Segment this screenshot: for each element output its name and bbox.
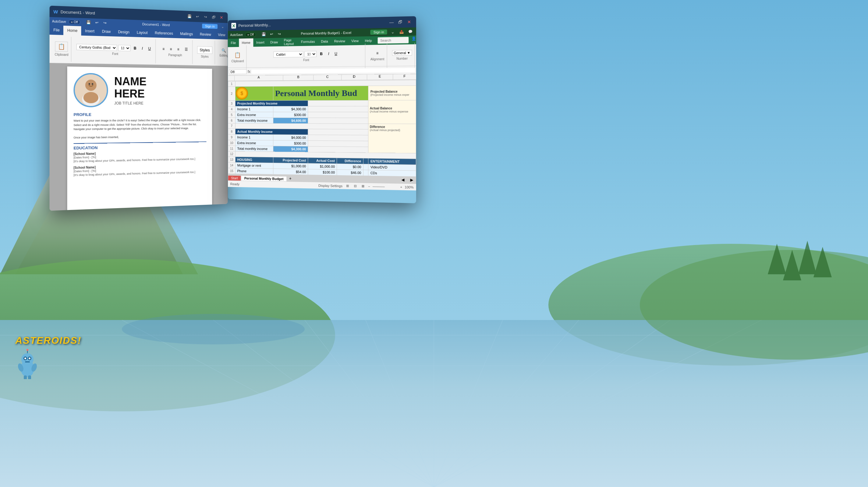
svg-text:$: $ <box>241 91 243 96</box>
table-row: 3 Projected Monthly Income Actual Balanc… <box>228 100 416 106</box>
excel-view-layout-icon[interactable]: ⊟ <box>354 184 356 188</box>
excel-actual-balance-title: Actual Balance <box>370 106 415 110</box>
word-restore-icon[interactable]: 🗗 <box>211 14 217 20</box>
excel-qa-redo[interactable]: ↪ <box>276 30 282 37</box>
word-doc-name: NAME HERE <box>114 75 147 100</box>
excel-fontsize-select[interactable]: 11 <box>305 51 317 57</box>
word-window: W Document1 - Word 💾 ↩ ↪ 🗗 ✕ AutoSave ● … <box>50 5 228 211</box>
excel-projected-balance-desc: (Projected income minus exper <box>370 93 414 96</box>
svg-point-42 <box>84 92 98 103</box>
excel-font-group: Calibri 11 B I U Font <box>249 43 366 69</box>
word-list-button[interactable]: ☰ <box>183 46 190 53</box>
excel-zoom-out-icon[interactable]: − <box>368 184 370 188</box>
excel-view-page-icon[interactable]: ⊠ <box>362 184 364 188</box>
excel-share-icon[interactable]: 📤 <box>399 29 405 35</box>
word-autosave-label: AutoSave <box>52 20 66 24</box>
excel-qa-undo[interactable]: ↩ <box>268 31 275 37</box>
table-row: 2 $ Personal Monthly Bud Projected Balan… <box>228 86 416 100</box>
word-align-center-button[interactable]: ≡ <box>168 46 174 52</box>
excel-clipboard-group: 📋 Clipboard <box>229 45 246 69</box>
word-tab-design[interactable]: Design <box>114 27 133 37</box>
svg-point-25 <box>122 314 305 344</box>
svg-point-31 <box>29 358 30 359</box>
excel-italic-button[interactable]: I <box>326 51 331 57</box>
excel-scroll-left-icon[interactable]: ◄ <box>399 177 407 183</box>
word-font-select[interactable]: Century Gothic (Body) <box>76 44 117 51</box>
word-tab-file[interactable]: File <box>50 25 64 35</box>
excel-col-e-header: E <box>367 74 393 80</box>
word-ribbon-toggle[interactable]: ⌄ <box>220 24 225 30</box>
excel-paste-button[interactable]: 📋 <box>234 52 241 59</box>
excel-projected-income-header: Projected Monthly Income <box>235 100 308 106</box>
excel-bold-button[interactable]: B <box>318 51 325 57</box>
word-redo-icon[interactable]: ↪ <box>203 14 208 20</box>
word-qa-redo[interactable]: ↪ <box>101 20 108 27</box>
word-tab-references[interactable]: References <box>151 28 177 38</box>
asteroids-card: ASTEROIDS! <box>15 335 76 381</box>
excel-actual-income-header: Actual Monthly Income <box>235 129 308 135</box>
word-title-text: Document1 - Word <box>61 9 95 15</box>
word-title-controls[interactable]: 💾 ↩ ↪ 🗗 ✕ <box>186 13 224 21</box>
word-tab-insert[interactable]: Insert <box>81 26 98 36</box>
word-paragraph-group: ≡ ≡ ≡ ☰ Paragraph <box>158 39 192 64</box>
excel-comments-icon[interactable]: 💬 <box>407 28 414 35</box>
excel-close-icon[interactable]: ✕ <box>406 19 412 25</box>
asteroids-title: ASTEROIDS! <box>15 335 76 346</box>
excel-zoom-in-icon[interactable]: + <box>400 185 402 189</box>
word-tab-view[interactable]: View <box>215 30 227 39</box>
word-tab-layout[interactable]: Layout <box>133 28 151 37</box>
word-tab-home[interactable]: Home <box>63 26 81 35</box>
word-font-group: Century Gothic (Body) 11 B I U Font <box>74 37 156 63</box>
excel-col-c-header: C <box>313 75 342 80</box>
excel-col-b-header: B <box>283 75 314 81</box>
excel-autosave-toggle[interactable]: ● Off <box>245 32 256 37</box>
excel-restore-icon[interactable]: 🗗 <box>397 19 404 25</box>
excel-quick-access: 💾 ↩ ↪ <box>260 30 282 37</box>
word-italic-button[interactable]: I <box>140 45 145 52</box>
excel-ribbon-icon[interactable]: ⌄ <box>390 29 396 35</box>
svg-point-27 <box>21 353 33 365</box>
excel-cell-reference[interactable] <box>229 69 246 74</box>
excel-align-button[interactable]: ≡ <box>374 50 381 56</box>
excel-zoom-slider[interactable]: ───── <box>373 185 398 189</box>
word-tab-review[interactable]: Review <box>196 30 215 39</box>
word-editing-group: 🔍 Editing <box>217 40 227 64</box>
excel-signin-button[interactable]: Sign in <box>370 30 387 35</box>
word-fontsize-select[interactable]: 11 <box>118 45 130 51</box>
excel-font-select[interactable]: Calibri <box>274 51 304 58</box>
excel-tab-personal-budget[interactable]: Personal Monthly Budget <box>241 176 287 181</box>
excel-view-normal-icon[interactable]: ⊞ <box>346 184 349 188</box>
word-close-icon[interactable]: ✕ <box>219 14 224 21</box>
word-tab-mailings[interactable]: Mailings <box>177 29 196 39</box>
word-ribbon-content: 📋 Clipboard Century Gothic (Body) 11 B I… <box>50 35 228 66</box>
excel-add-sheet-icon[interactable]: + <box>287 175 294 181</box>
word-autosave-toggle[interactable]: ● Off <box>68 20 80 25</box>
word-qa-save[interactable]: 💾 <box>85 19 92 26</box>
excel-videodvd-row: Video/DVD <box>368 164 416 171</box>
word-education-section: EDUCATION <box>73 142 206 150</box>
excel-tab-start[interactable]: Start <box>228 175 241 180</box>
word-underline-button[interactable]: U <box>146 45 153 52</box>
excel-underline-button[interactable]: U <box>332 51 339 57</box>
word-qa-undo[interactable]: ↩ <box>93 19 100 26</box>
word-quick-access: 💾 ↩ ↪ <box>85 19 108 27</box>
excel-scroll-right-icon[interactable]: ► <box>407 177 416 183</box>
word-align-right-button[interactable]: ≡ <box>175 46 181 53</box>
excel-profile-icon[interactable]: 👤 <box>411 36 416 42</box>
word-signin-button[interactable]: Sign in <box>202 24 218 29</box>
word-align-left-button[interactable]: ≡ <box>160 46 166 52</box>
excel-title-controls[interactable]: — 🗗 ✕ <box>389 19 412 26</box>
word-bold-button[interactable]: B <box>132 45 138 52</box>
word-save-icon[interactable]: 💾 <box>186 13 192 19</box>
svg-rect-37 <box>24 375 27 379</box>
svg-point-44 <box>92 83 93 85</box>
word-undo-icon[interactable]: ↩ <box>195 13 200 20</box>
word-paste-button[interactable]: 📋 <box>55 41 68 52</box>
word-document-area: NAME HERE JOB TITLE HERE PROFILE Want to… <box>50 63 228 211</box>
excel-qa-save[interactable]: 💾 <box>260 31 267 37</box>
word-doc-jobtitle: JOB TITLE HERE <box>114 101 147 105</box>
word-tab-draw[interactable]: Draw <box>98 27 114 37</box>
excel-minimize-icon[interactable]: — <box>389 19 395 26</box>
excel-coin-icon: $ <box>236 87 248 100</box>
excel-display-settings[interactable]: Display Settings <box>318 183 342 187</box>
